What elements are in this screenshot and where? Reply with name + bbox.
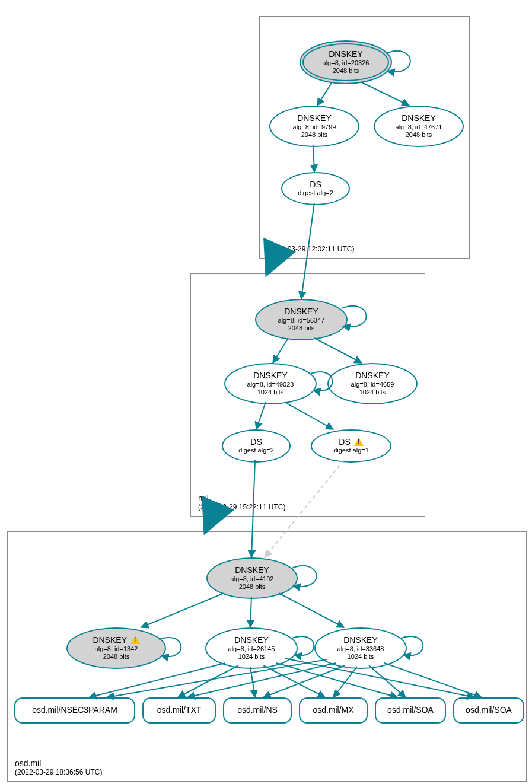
rrset-soa-1: osd.mil/SOA [375, 697, 446, 724]
node-sub2: 2048 bits [68, 653, 165, 661]
rrset-mx: osd.mil/MX [299, 697, 368, 724]
mil-ds-alg2: DS digest alg=2 [222, 429, 291, 463]
rrset-soa-2: osd.mil/SOA [453, 697, 524, 724]
osd-zsk-33648: DNSKEY alg=8, id=33648 1024 bits [314, 627, 407, 669]
rrset-ns: osd.mil/NS [223, 697, 292, 724]
node-sub1: alg=8, id=56347 [256, 317, 346, 324]
node-sub2: 1024 bits [225, 388, 316, 396]
rrset-txt: osd.mil/TXT [142, 697, 216, 724]
rrset-label: osd.mil/NS [224, 706, 291, 715]
rrset-label: osd.mil/NSEC3PARAM [15, 706, 134, 715]
node-title: DNSKEY [270, 114, 358, 123]
node-sub1: digest alg=2 [282, 189, 349, 197]
node-sub1: digest alg=1 [312, 447, 390, 454]
node-title: DS [312, 438, 390, 447]
node-title: DNSKEY [375, 114, 463, 123]
zone-osd-name: osd.mil [15, 758, 102, 768]
node-title: DNSKEY [206, 636, 297, 645]
zone-osd-ts: (2022-03-29 18:36:56 UTC) [15, 768, 102, 776]
node-sub2: 2048 bits [256, 324, 346, 332]
root-ksk-dnskey: DNSKEY alg=8, id=20326 2048 bits [300, 40, 392, 84]
node-title: DNSKEY [329, 371, 416, 380]
node-sub2: 1024 bits [316, 653, 406, 661]
node-sub1: alg=8, id=1342 [68, 645, 165, 653]
root-zsk-9799: DNSKEY alg=8, id=9799 2048 bits [269, 106, 359, 147]
mil-zsk-49023: DNSKEY alg=8, id=49023 1024 bits [224, 363, 317, 404]
node-sub1: alg=8, id=49023 [225, 381, 316, 388]
node-title: DNSKEY [301, 50, 391, 59]
rrset-nsec3param: osd.mil/NSEC3PARAM [14, 697, 135, 724]
node-title: DNSKEY [208, 566, 297, 575]
warning-icon [354, 438, 364, 446]
node-sub1: alg=8, id=47671 [375, 123, 463, 131]
rrset-label: osd.mil/MX [300, 706, 367, 715]
node-sub2: 1024 bits [206, 653, 297, 661]
mil-ksk-dnskey: DNSKEY alg=8, id=56347 2048 bits [255, 299, 348, 340]
node-title: DNSKEY [256, 307, 346, 316]
node-title: DNSKEY [68, 636, 165, 645]
node-title: DS [282, 180, 349, 189]
node-sub1: alg=8, id=4192 [208, 575, 297, 583]
node-sub1: alg=8, id=9799 [270, 123, 358, 131]
node-sub1: alg=8, id=20326 [301, 59, 391, 67]
node-sub1: alg=8, id=26145 [206, 645, 297, 653]
node-sub1: digest alg=2 [223, 447, 289, 454]
node-title: DNSKEY [316, 636, 406, 645]
rrset-label: osd.mil/SOA [454, 706, 523, 715]
mil-zsk-4659: DNSKEY alg=8, id=4659 1024 bits [327, 363, 418, 404]
node-title: DNSKEY [225, 371, 316, 380]
zone-mil-name: mil [198, 493, 285, 503]
osd-zsk-26145: DNSKEY alg=8, id=26145 1024 bits [205, 627, 298, 669]
rrset-label: osd.mil/TXT [144, 706, 215, 715]
zone-mil-ts: (2022-03-29 15:22:11 UTC) [198, 503, 285, 511]
rrset-label: osd.mil/SOA [376, 706, 445, 715]
zone-root-name: . [267, 235, 354, 245]
node-sub2: 2048 bits [208, 583, 297, 591]
node-sub2: 2048 bits [375, 131, 463, 139]
osd-key-1342: DNSKEY alg=8, id=1342 2048 bits [66, 627, 166, 669]
node-title: DS [223, 438, 289, 447]
root-zsk-47671: DNSKEY alg=8, id=47671 2048 bits [374, 106, 464, 147]
warning-icon [130, 636, 140, 644]
node-sub2: 1024 bits [329, 388, 416, 396]
node-sub2: 2048 bits [270, 131, 358, 139]
root-ds: DS digest alg=2 [281, 172, 350, 205]
node-sub1: alg=8, id=33648 [316, 645, 406, 653]
mil-ds-alg1: DS digest alg=1 [311, 429, 391, 463]
zone-root-ts: (2022-03-29 12:02:11 UTC) [267, 245, 354, 253]
osd-ksk-dnskey: DNSKEY alg=8, id=4192 2048 bits [206, 557, 298, 599]
node-sub1: alg=8, id=4659 [329, 381, 416, 388]
node-sub2: 2048 bits [301, 67, 391, 75]
